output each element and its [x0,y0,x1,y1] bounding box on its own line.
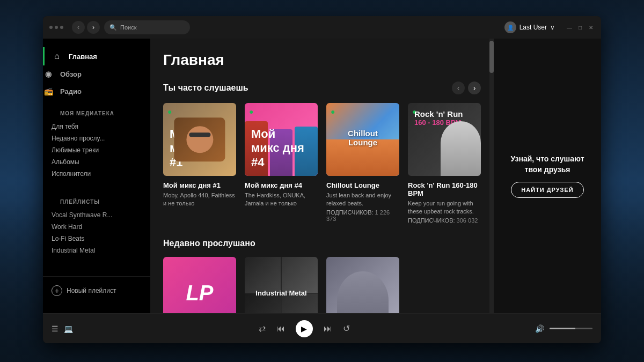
spotify-logo-mix4: ● [249,107,253,116]
dot-3 [60,26,63,29]
sidebar-item-favorites[interactable]: Любимые треки [52,144,142,156]
card-person[interactable] [326,257,399,313]
sidebar: ⌂ Главная ◉ Обзор 📻 Радио МОЯ МЕДИАТЕКА … [43,39,150,313]
browse-icon: ◉ [43,70,54,78]
spotify-logo-mix1: ● [167,107,172,116]
spotify-logo-chillout: ● [331,107,335,116]
sidebar-playlist-4[interactable]: Industrial Metal [52,245,142,256]
user-avatar: 👤 [504,21,516,33]
recently-played-grid: LP LP ● [163,257,481,313]
card-mix-day-4-title: Мой микс дня #4 [245,181,318,189]
section-nav-often: ‹ › [452,82,481,94]
devices-icon[interactable]: 💻 [64,324,73,333]
app-body: ⌂ Главная ◉ Обзор 📻 Радио МОЯ МЕДИАТЕКА … [43,39,601,313]
card-mix-day-1[interactable]: ● Мой микс дня #1 [163,103,236,224]
card-mix-day-1-title: Мой микс дня #1 [163,181,236,189]
card-lp-image: LP [163,257,236,313]
card-mix-day-1-subtitle: Moby, Apollo 440, Faithless и не только [163,191,236,208]
library-section-label: МОЯ МЕДИАТЕКА [52,110,142,116]
card-chillout[interactable]: ● Chillout Lounge Chillout Lounge Just l… [326,103,399,224]
sidebar-playlist-2[interactable]: Work Hard [52,221,142,233]
industrial-card-label: Industrial Metal [245,257,318,313]
chillout-subscribers-label: ПОДПИСЧИКОВ: [326,209,374,216]
previous-button[interactable]: ⏮ [276,324,285,334]
sidebar-item-recent[interactable]: Недавно прослу... [52,132,142,144]
card-mix-day-4-image: ● Мой микс дня #4 [245,103,318,176]
nav-back-button[interactable]: ‹ [72,21,85,34]
minimize-button[interactable]: — [566,24,573,31]
repeat-button[interactable]: ↺ [343,323,350,334]
sidebar-playlist-1[interactable]: Vocal Synthwave R... [52,209,142,221]
sidebar-item-radio[interactable]: 📻 Радио [43,83,150,100]
card-person-image [326,257,399,313]
chillout-background: ● Chillout Lounge [326,103,399,176]
section-prev-button[interactable]: ‹ [452,82,465,94]
rock-subscribers-label: ПОДПИСЧИКОВ: [408,217,455,224]
rock-subscribers-count: 306 032 [457,217,478,224]
right-panel: Узнай, что слушают твои друзья НАЙТИ ДРУ… [494,39,601,313]
mix4-card-label: Мой микс дня #4 [251,127,318,169]
shuffle-button[interactable]: ⇄ [259,323,266,334]
section-next-button[interactable]: › [468,82,481,94]
new-playlist-label: Новый плейлист [67,287,116,294]
card-lp[interactable]: LP LP [163,257,236,313]
card-rock-run-subtitle: Keep your run going with these upbeat ro… [408,200,481,216]
mix4-background: ● Мой микс дня #4 [245,103,318,176]
next-button[interactable]: ⏭ [324,324,332,334]
volume-bar[interactable] [550,328,592,329]
mix4-line2: микс дня #4 [251,141,304,168]
card-rock-run[interactable]: ● Rock 'n' Run 160 - 180 BPM [408,103,481,224]
recently-played-section: Недавно прослушано LP LP [163,239,481,313]
sidebar-item-browse[interactable]: ◉ Обзор [43,65,150,83]
find-friends-title: Узнай, что слушают твои друзья [504,154,590,175]
sidebar-item-artists[interactable]: Исполнители [52,168,142,180]
nav-forward-button[interactable]: › [87,21,100,34]
card-rock-run-subscribers: ПОДПИСЧИКОВ: 306 032 [408,217,481,224]
playback-bar: ☰ 💻 ⇄ ⏮ ▶ ⏭ ↺ 🔊 [43,313,601,343]
active-indicator [43,47,45,65]
sidebar-item-for-you[interactable]: Для тебя [52,121,142,132]
user-button[interactable]: 👤 Last User ∨ [504,21,555,33]
chillout-card-label: Chillout Lounge [345,129,381,147]
main-content: Главная Ты часто слушаешь ‹ › ● [150,39,494,313]
maximize-button[interactable]: □ [576,24,584,31]
recently-played-title: Недавно прослушано [163,239,255,248]
plus-icon: + [52,285,62,296]
user-chevron: ∨ [550,24,555,31]
often-listened-section: Ты часто слушаешь ‹ › ● Мой [163,82,481,224]
card-mix-day-4-subtitle: The Hardkiss, ONUKA, Jamala и не только [245,191,318,208]
queue-icon[interactable]: ☰ [52,324,58,333]
mix1-background: ● Мой микс дня #1 [163,103,236,176]
often-listened-title: Ты часто слушаешь [163,83,248,93]
sidebar-bottom: + Новый плейлист [43,276,150,305]
nav-buttons: ‹ › [72,21,100,34]
volume-icon[interactable]: 🔊 [535,324,544,333]
mix4-line1: Мой [251,127,275,141]
dot-1 [49,26,53,29]
rock-background: ● Rock 'n' Run 160 - 180 BPM [408,103,481,176]
radio-icon: 📻 [43,87,54,95]
card-industrial-image: ● Industrial Metal [245,257,318,313]
section-header-recent: Недавно прослушано [163,239,481,248]
card-mix-day-1-image: ● Мой микс дня #1 [163,103,236,176]
sidebar-item-home[interactable]: ⌂ Главная [43,47,150,65]
sidebar-item-home-label: Главная [69,53,97,61]
new-playlist-button[interactable]: + Новый плейлист [52,285,142,296]
card-industrial-metal[interactable]: ● Industrial Metal [245,257,318,313]
search-bar[interactable]: 🔍 Поиск [104,20,190,34]
card-chillout-subscribers: ПОДПИСЧИКОВ: 1 226 373 [326,209,399,222]
play-button[interactable]: ▶ [296,320,313,337]
volume-fill [550,328,575,329]
window-controls: — □ ✕ [566,24,595,31]
scrollbar-track[interactable] [489,39,494,313]
sidebar-item-albums[interactable]: Альбомы [52,156,142,168]
close-button[interactable]: ✕ [587,24,595,31]
user-name: Last User [519,24,547,31]
industrial-background: ● Industrial Metal [245,257,318,313]
sidebar-playlist-3[interactable]: Lo-Fi Beats [52,233,142,245]
card-mix-day-4[interactable]: ● Мой микс дня #4 [245,103,318,224]
card-chillout-subtitle: Just lean back and enjoy relaxed beats. [326,191,399,208]
find-friends-button[interactable]: НАЙТИ ДРУЗЕЙ [511,182,583,198]
card-chillout-title: Chillout Lounge [326,181,399,189]
card-rock-run-image: ● Rock 'n' Run 160 - 180 BPM [408,103,481,176]
